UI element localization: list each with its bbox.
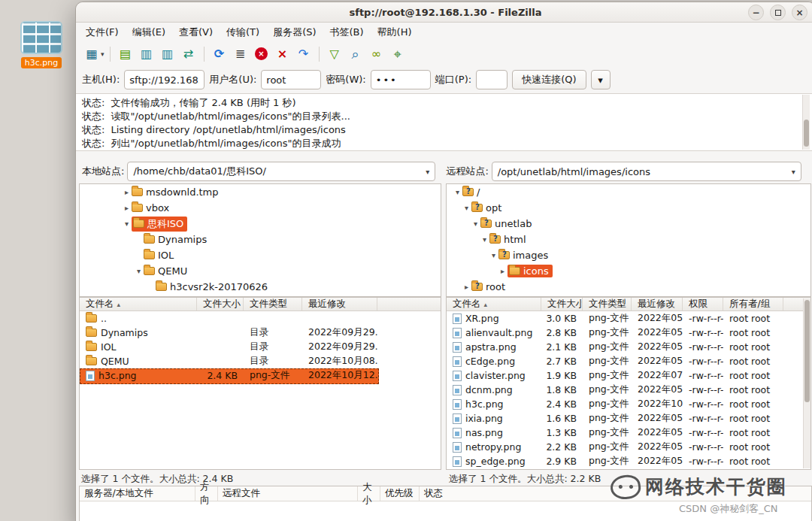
chevron-down-icon[interactable]: ▾ (480, 235, 489, 244)
find-files-icon[interactable]: ⌖ (388, 44, 408, 64)
username-input[interactable] (261, 70, 321, 89)
titlebar[interactable]: sftp://root@192.168.1.30 - FileZilla − × (76, 2, 812, 23)
file-row-sp-edge-png[interactable]: sp_edge.png 2.9 KB png-文件 2022年05月… -rw-… (447, 454, 810, 468)
quickconnect-dropdown-button[interactable]: ▾ (591, 70, 611, 89)
chevron-down-icon[interactable]: ▾ (489, 251, 498, 259)
folder-icon (86, 329, 97, 337)
chevron-right-icon[interactable]: ▸ (462, 283, 471, 291)
folder-icon (86, 343, 97, 351)
chevron-right-icon[interactable]: ▸ (498, 267, 508, 275)
file-row-h3c-png[interactable]: h3c.png 2.4 KB png-文件 2022年10月… -rw-r--r… (447, 397, 810, 411)
toggle-remote-tree-icon[interactable]: ▥ (158, 44, 177, 64)
menu-file[interactable]: 文件(F) (79, 23, 126, 41)
cancel-operation-icon[interactable]: × (252, 44, 271, 64)
maximize-icon (775, 10, 781, 16)
tree-item-opt[interactable]: ▾ opt (447, 200, 810, 216)
directory-comparison-icon[interactable]: ⌕ (346, 44, 365, 64)
file-row-apstra-png[interactable]: apstra.png 2.1 KB png-文件 2022年05月… -rw-r… (447, 340, 810, 354)
close-button[interactable]: × (792, 5, 807, 20)
maximize-button[interactable] (770, 5, 786, 20)
column-header-filetype[interactable]: 文件类型 (583, 298, 632, 310)
tree-item-images[interactable]: ▾ images (447, 247, 810, 263)
file-row-dynamips[interactable]: Dynamips 目录 2022年09月29… (80, 326, 441, 340)
file-row-netropy-png[interactable]: netropy.png 2.2 KB png-文件 2022年05月… -rw-… (447, 440, 810, 454)
tree-item-msdownld-tmp[interactable]: ▸ msdownld.tmp (80, 184, 441, 200)
menu-server[interactable]: 服务器(S) (266, 23, 323, 41)
host-input[interactable] (124, 70, 205, 89)
chevron-down-icon[interactable]: ▾ (122, 220, 132, 228)
chevron-down-icon[interactable]: ▾ (462, 204, 471, 212)
port-input[interactable] (476, 70, 508, 89)
quickconnect-button[interactable]: 快速连接(Q) (512, 70, 586, 89)
toggle-local-tree-icon[interactable]: ▥ (137, 44, 156, 64)
tree-item-root-slash[interactable]: ▾ / (447, 184, 810, 200)
chevron-right-icon[interactable]: ▸ (122, 188, 132, 196)
chevron-down-icon[interactable]: ▾ (453, 188, 462, 196)
tree-item-html[interactable]: ▾ html (447, 232, 810, 247)
filter-icon[interactable]: ▽ (325, 44, 344, 64)
column-header-modified[interactable]: 最近修改 (302, 298, 377, 310)
toggle-message-log-icon[interactable]: ▤ (116, 44, 135, 64)
local-site-combo[interactable]: /home/chb/data01/思科ISO/ ▾ (127, 162, 435, 181)
file-row-iol[interactable]: IOL 目录 2022年09月29… (80, 340, 441, 354)
menu-edit[interactable]: 编辑(E) (126, 23, 172, 41)
queue-column-priority[interactable]: 优先级 (380, 486, 420, 501)
chevron-down-icon[interactable]: ▾ (101, 50, 105, 58)
process-queue-icon[interactable]: ≣ (231, 44, 250, 64)
column-header-filesize[interactable]: 文件大小 (541, 298, 583, 310)
toggle-transfer-queue-icon[interactable]: ⇄ (179, 44, 198, 64)
file-row-alienvault-png[interactable]: alienvault.png 2.8 KB png-文件 2022年05月… -… (447, 326, 810, 340)
tree-item-unetlab[interactable]: ▾ unetlab (447, 216, 810, 232)
folder-icon (132, 204, 143, 212)
column-header-modified[interactable]: 最近修改 (632, 298, 683, 310)
queue-column-size[interactable]: 大小 (358, 486, 380, 501)
file-row-ixia-png[interactable]: ixia.png 1.6 KB png-文件 2022年05月… -rw-r--… (447, 411, 810, 426)
menu-view[interactable]: 查看(V) (172, 23, 220, 41)
tree-item-iol[interactable]: IOL (80, 247, 441, 263)
chevron-down-icon[interactable]: ▾ (792, 168, 795, 176)
file-row-qemu[interactable]: QEMU 目录 2022年10月08… (80, 354, 441, 368)
site-manager-icon[interactable]: ▦ (82, 44, 102, 64)
tree-item-root[interactable]: ▸ root (447, 279, 810, 295)
column-header-permissions[interactable]: 权限 (683, 298, 723, 310)
queue-column-server-local-file[interactable]: 服务器/本地文件 (80, 486, 195, 501)
tree-item-vbox[interactable]: ▸ vbox (80, 200, 441, 216)
desktop-icon-h3c-png[interactable]: h3c.png (17, 21, 66, 68)
synchronized-browsing-icon[interactable]: ∞ (367, 44, 386, 64)
queue-column-direction[interactable]: 方向 (195, 486, 218, 501)
chevron-right-icon[interactable]: ▸ (122, 204, 132, 212)
chevron-down-icon[interactable]: ▾ (134, 267, 144, 275)
file-row-nas-png[interactable]: nas.png 1.3 KB png-文件 2022年05月… -rw-r--r… (447, 426, 810, 440)
file-row-dcnm-png[interactable]: dcnm.png 1.8 KB png-文件 2022年05月… -rw-r--… (447, 383, 810, 397)
tree-item-qemu[interactable]: ▾ QEMU (80, 263, 441, 279)
file-row-updir[interactable]: .. (80, 311, 441, 326)
remote-list-scrollbar[interactable] (803, 298, 810, 468)
h3c-image-thumbnail (20, 21, 62, 54)
refresh-icon[interactable]: ⟳ (210, 44, 229, 64)
tree-item-icons[interactable]: ▸ icons (447, 263, 810, 279)
column-header-filesize[interactable]: 文件大小 (197, 298, 244, 310)
column-header-owner[interactable]: 所有者/组 (723, 298, 783, 310)
column-header-filename[interactable]: 文件名▴ (80, 298, 197, 310)
file-row-h3c-png-selected[interactable]: h3c.png 2.4 KB png-文件 2022年10月12… (80, 368, 441, 383)
file-row-xr-png[interactable]: XR.png 3.0 KB png-文件 2022年05月… -rw-r--r-… (447, 311, 810, 326)
column-header-filetype[interactable]: 文件类型 (244, 298, 302, 310)
file-row-cedge-png[interactable]: cEdge.png 2.7 KB png-文件 2022年05月… -rw-r-… (447, 354, 810, 368)
queue-column-remote-file[interactable]: 远程文件 (218, 486, 358, 501)
reconnect-icon[interactable]: ↷ (294, 44, 314, 64)
menu-bookmarks[interactable]: 书签(B) (323, 23, 371, 41)
tree-item-h3cvsr2k[interactable]: h3cvsr2k-20170626 (80, 279, 441, 295)
menu-help[interactable]: 帮助(H) (371, 23, 419, 41)
minimize-button[interactable]: − (748, 5, 764, 20)
disconnect-icon[interactable]: × (273, 44, 292, 64)
tree-item-dynamips[interactable]: Dynamips (80, 232, 441, 247)
log-scrollbar[interactable] (802, 95, 810, 150)
tree-item-cisco-iso[interactable]: ▾ 思科ISO (80, 216, 441, 232)
chevron-down-icon[interactable]: ▾ (426, 168, 429, 176)
menu-transfer[interactable]: 传输(T) (220, 23, 266, 41)
chevron-down-icon[interactable]: ▾ (471, 220, 480, 228)
file-row-clavister-png[interactable]: clavister.png 1.9 KB png-文件 2022年07月… -r… (447, 368, 810, 383)
column-header-filename[interactable]: 文件名▴ (447, 298, 541, 310)
password-input[interactable] (371, 70, 431, 89)
remote-site-combo[interactable]: /opt/unetlab/html/images/icons ▾ (492, 162, 801, 181)
